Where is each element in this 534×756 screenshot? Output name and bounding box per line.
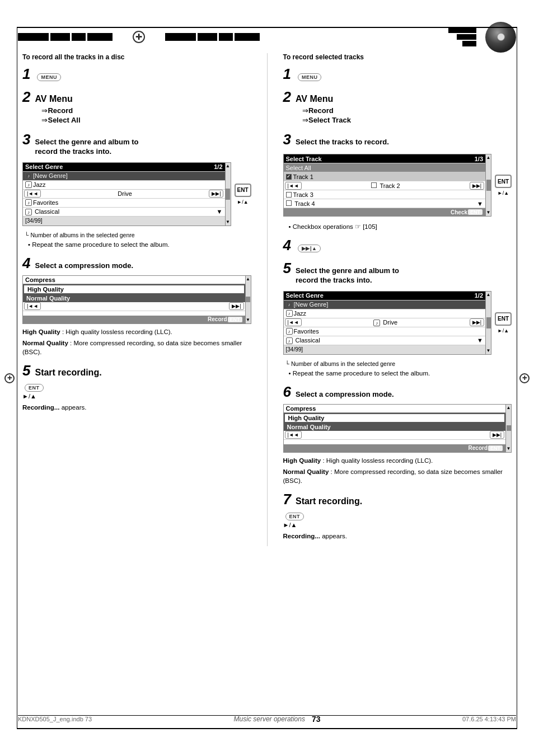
right-screen-inner: Select Track 1/3 Select All ✓ Track 1 (284, 154, 486, 216)
right-compress-ent[interactable]: ENT (488, 445, 503, 452)
left-compress-screen: Compress High Quality Normal Quality |◄◄… (22, 275, 251, 324)
right-track4-text: Track 4 (294, 200, 315, 207)
right-genre-row3-text: Drive (383, 319, 397, 326)
right-step5-bullet: Repeat the same procedure to select the … (289, 369, 512, 378)
right-step-2: 2 AV Menu ⇒Record ⇒Select Track (283, 88, 512, 125)
page-border-bottom (17, 728, 517, 729)
header-bar-1 (18, 33, 49, 41)
left-step5-controls: ENT ►/▲ (22, 383, 251, 400)
right-genre-ent-btn[interactable]: ENT (495, 312, 512, 326)
right-genre-header: Select Genre 1/2 (284, 292, 486, 300)
right-step-4: 4 ▶▶|▲ (283, 237, 512, 254)
left-compress-ent[interactable]: ENT (227, 316, 243, 323)
right-genre-fwd-btn[interactable]: ▶▶| (470, 318, 484, 326)
left-hq-desc-text: : High quality lossless recording (LLC). (62, 328, 172, 335)
left-screen-row3-drive: Drive (118, 190, 132, 197)
right-compass-sym: ✛ (519, 373, 530, 383)
right-genre-screen-main: Select Genre 1/2 ♪ [New Genre] ♪ Jazz (283, 288, 492, 358)
right-hq-desc: High Quality : High quality lossless rec… (283, 456, 512, 465)
header-bar-6 (198, 33, 217, 41)
left-compress-back[interactable]: |◄◄ (24, 302, 41, 310)
right-step-6: 6 Select a compression mode. Compress Hi… (283, 383, 512, 485)
right-screen-scroll: Select Track 1/3 Select All ✓ Track 1 (283, 154, 492, 217)
left-recording-text: Recording... appears. (22, 403, 251, 412)
right-genre-back-btn[interactable]: |◄◄ (285, 318, 302, 326)
left-screen-row-5: ♪ Classical ▼ (23, 208, 225, 217)
right-genre-scroll-up: ▲ (486, 293, 491, 297)
right-genre-icon4: ♪ (286, 328, 293, 335)
footer-file-ref: KDNXD505_J_eng.indb 73 (18, 716, 92, 722)
left-nq-desc: Normal Quality : More compressed recordi… (22, 339, 251, 356)
right-track2-text: Track 2 (380, 182, 400, 189)
footer-page-number: 73 (312, 715, 321, 724)
right-track4-arrow: ▼ (477, 200, 483, 207)
right-select-genre-screen: Select Genre 1/2 ♪ [New Genre] ♪ Jazz (283, 288, 512, 358)
right-genre-header-text: Select Genre (286, 292, 324, 299)
left-screen-row4-text: Favorites (33, 199, 58, 206)
left-compress-screen-wrapper: Compress High Quality Normal Quality |◄◄… (22, 275, 251, 324)
right-ent-btn[interactable]: ENT (495, 175, 512, 188)
right-compress-nq: Normal Quality (284, 423, 506, 431)
left-nq-label: Normal Quality (22, 340, 68, 346)
right-step3-bullet: Checkbox operations ☞ [105] (289, 222, 512, 231)
right-header-bar-3 (462, 41, 476, 46)
right-genre-scrollbar: ▲ ▼ (485, 292, 491, 354)
right-skip-back-btn[interactable]: |◄◄ (285, 182, 302, 190)
right-step-2-arrow1: ⇒Record (302, 106, 351, 115)
right-step7-controls: ENT ►/▲ (283, 511, 512, 528)
right-recording-text: Recording... appears. (283, 532, 512, 541)
right-genre-row5: ♪ Classical ▼ (284, 336, 486, 345)
right-ent-badge: ENT (283, 511, 512, 520)
right-compress-screen-wrapper: Compress High Quality Normal Quality |◄◄… (283, 404, 512, 453)
right-screen-track3: Track 3 (284, 190, 486, 199)
right-play-btn: ►/▲ (498, 190, 509, 196)
right-compress-fwd[interactable]: ▶▶| (490, 431, 504, 439)
right-skip-fwd-btn[interactable]: ▶▶| (470, 182, 484, 190)
right-recording-bold: Recording... (283, 533, 320, 539)
right-genre-row2-text: Jazz (294, 310, 307, 317)
left-compass-sym: ✛ (4, 373, 15, 383)
genre-icon-5: ♪ (25, 209, 32, 215)
two-column-layout: To record all the tracks in a disc 1 MEN… (22, 53, 512, 546)
left-ent-btn[interactable]: ENT (235, 184, 251, 197)
left-step5-ent[interactable]: ENT (25, 384, 44, 392)
right-genre-icon1: ♪ (286, 301, 293, 308)
page-border-top (17, 27, 517, 28)
right-genre-screen-btns: ENT ►/▲ (495, 288, 512, 358)
left-hq-label: High Quality (22, 328, 60, 335)
left-recording-appears: appears. (62, 404, 87, 411)
left-screen-header-text: Select Genre (25, 163, 63, 170)
left-screen-footer-row: [34/99] (23, 217, 225, 226)
left-compress-fwd[interactable]: ▶▶| (229, 302, 243, 310)
right-track1-text: Track 1 (293, 173, 313, 180)
left-compress-scrollbar: ▲ ▼ (245, 276, 251, 323)
left-screen-row-2: ♪ Jazz (23, 181, 225, 190)
left-scrollbar: ▲ ▼ (225, 163, 231, 226)
right-step-5: 5 Select the genre and album torecord th… (283, 260, 512, 378)
left-margin-compass: ✛ (4, 373, 15, 383)
right-screen-track1: ✓ Track 1 (284, 172, 486, 181)
left-scroll-up: ▲ (226, 164, 230, 168)
right-step-3-num: 3 (283, 131, 291, 148)
right-check-ent[interactable]: ENT (467, 209, 483, 215)
right-step4-skip-btn[interactable]: ▶▶|▲ (298, 245, 321, 252)
right-step7-ent[interactable]: ENT (285, 513, 305, 520)
right-column: To record selected tracks 1 MENU 2 AV Me… (283, 53, 512, 546)
right-genre-nav-row: |◄◄ ♪ Drive ▶▶| (284, 318, 486, 327)
left-ent-badge: ENT (22, 383, 251, 392)
right-step-4-num: 4 (283, 237, 291, 254)
left-column: To record all the tracks in a disc 1 MEN… (22, 53, 251, 546)
right-track2-checkbox (371, 182, 377, 188)
left-skip-fwd-btn[interactable]: ▶▶| (209, 190, 223, 198)
left-recording-bold: Recording... (22, 404, 59, 411)
right-header-bar-1 (448, 27, 476, 33)
right-compress-header: Compress (284, 405, 506, 413)
right-check-row: Check ENT (284, 208, 486, 216)
right-nq-label: Normal Quality (283, 468, 329, 475)
right-compress-back[interactable]: |◄◄ (285, 431, 302, 439)
compass-symbol: ✛ (133, 31, 145, 43)
left-skip-back-btn[interactable]: |◄◄ (24, 190, 41, 198)
right-play-label: ►/▲ (283, 522, 512, 528)
right-step-5-num: 5 (283, 260, 291, 277)
header-bar-2 (50, 33, 70, 41)
